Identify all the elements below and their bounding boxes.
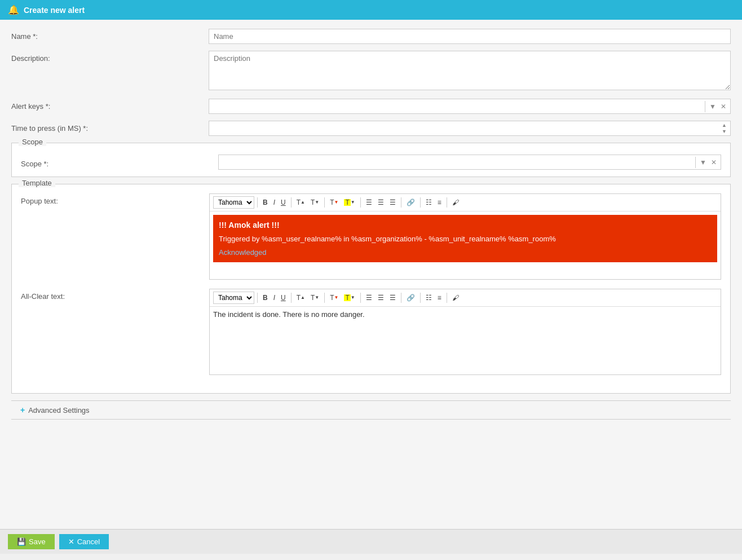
advanced-toggle-icon[interactable]: + <box>20 405 25 415</box>
allclear-font-select[interactable]: Tahoma <box>213 292 254 304</box>
alert-keys-input[interactable] <box>209 99 701 113</box>
scope-input[interactable]: All alert units & organizations can trig… <box>219 155 692 169</box>
cancel-button[interactable]: ✕ Cancel <box>59 534 109 549</box>
time-to-press-input[interactable]: 1500 <box>209 121 718 135</box>
form-container: Name *: Description: Alert keys *: ▼ ✕ T… <box>0 20 742 529</box>
popup-font-select[interactable]: Tahoma <box>213 196 254 209</box>
toolbar-sep-4 <box>360 197 361 208</box>
scope-row: Scope *: All alert units & organizations… <box>21 150 721 170</box>
scope-dropdown[interactable]: All alert units & organizations can trig… <box>218 155 721 170</box>
divider2 <box>695 157 696 168</box>
popup-editor-content[interactable]: !!! Amok alert !!! Triggered by %asm_use… <box>210 211 721 279</box>
unordered-list-button[interactable]: ≡ <box>435 198 444 207</box>
spinner-down-icon[interactable]: ▼ <box>721 129 728 135</box>
time-to-press-row: Time to press (in MS) *: 1500 ▲ ▼ <box>11 121 731 136</box>
ac-toolbar-sep-1 <box>257 293 258 303</box>
scope-clear-icon[interactable]: ✕ <box>709 157 718 167</box>
scope-field-container: All alert units & organizations can trig… <box>218 155 721 170</box>
align-left-button[interactable]: ☰ <box>364 198 374 207</box>
italic-button[interactable]: I <box>271 198 277 207</box>
superscript-button[interactable]: T▲ <box>294 198 307 207</box>
popup-text-row: Popup text: Tahoma B I U T▲ T▼ <box>21 193 721 280</box>
ac-brush-button[interactable]: 🖌 <box>450 293 461 302</box>
allclear-text-label: All-Clear text: <box>21 289 209 301</box>
brush-button[interactable]: 🖌 <box>450 198 461 207</box>
ac-bold-button[interactable]: B <box>260 293 270 302</box>
ac-ordered-list-button[interactable]: ☷ <box>423 293 434 302</box>
clear-icon[interactable]: ✕ <box>719 102 728 112</box>
align-center-button[interactable]: ☰ <box>376 198 386 207</box>
subscript-button[interactable]: T▼ <box>308 198 321 207</box>
description-input[interactable] <box>209 51 731 90</box>
allclear-editor-content[interactable]: The incident is done. There is no more d… <box>210 307 721 374</box>
ac-font-color-button[interactable]: T▼ <box>328 293 341 302</box>
alert-keys-label: Alert keys *: <box>11 99 209 111</box>
font-color-button[interactable]: T▼ <box>328 198 341 207</box>
ac-toolbar-sep-5 <box>401 293 401 303</box>
allclear-text-row: All-Clear text: Tahoma B I U T▲ T▼ <box>21 289 721 375</box>
ac-highlight-button[interactable]: T▼ <box>342 293 357 302</box>
highlight-button[interactable]: T▼ <box>342 198 357 207</box>
name-label: Name *: <box>11 29 209 41</box>
toolbar-sep-3 <box>324 197 325 208</box>
name-field-container <box>209 29 731 44</box>
ac-align-left-button[interactable]: ☰ <box>364 293 374 302</box>
ac-unordered-list-button[interactable]: ≡ <box>435 293 444 302</box>
time-to-press-number-field: 1500 ▲ ▼ <box>209 121 731 136</box>
allclear-editor-container: Tahoma B I U T▲ T▼ T▼ T▼ ☰ <box>209 289 721 375</box>
scope-label: Scope *: <box>21 156 218 168</box>
toolbar-sep-7 <box>447 197 447 208</box>
cancel-label: Cancel <box>77 537 100 546</box>
page-header: 🔔 Create new alert <box>0 0 742 20</box>
alert-title-text: !!! Amok alert !!! <box>219 219 712 231</box>
cancel-icon: ✕ <box>68 537 74 546</box>
page-title: Create new alert <box>24 6 85 15</box>
ac-superscript-button[interactable]: T▲ <box>294 293 307 302</box>
save-button[interactable]: 💾 Save <box>8 534 55 549</box>
scope-icons: ▼ ✕ <box>692 157 721 168</box>
ac-subscript-button[interactable]: T▼ <box>308 293 321 302</box>
ac-toolbar-sep-2 <box>291 293 292 303</box>
ac-align-center-button[interactable]: ☰ <box>376 293 386 302</box>
alert-keys-dropdown[interactable]: ▼ ✕ <box>209 99 731 114</box>
ac-align-right-button[interactable]: ☰ <box>387 293 398 302</box>
spinner-up-icon[interactable]: ▲ <box>721 122 728 129</box>
popup-text-editor: Tahoma B I U T▲ T▼ T▼ T▼ ☰ <box>209 193 721 280</box>
ac-underline-button[interactable]: U <box>279 293 288 302</box>
alert-ack-text: Acknowledged <box>219 247 712 258</box>
divider <box>705 101 705 112</box>
time-to-press-label: Time to press (in MS) *: <box>11 121 209 133</box>
ac-toolbar-sep-7 <box>447 293 447 303</box>
spinner-container: ▲ ▼ <box>718 122 730 135</box>
ac-toolbar-sep-6 <box>420 293 421 303</box>
template-section: Template Popup text: Tahoma B I U T▲ <box>11 184 731 394</box>
advanced-settings-section: + Advanced Settings <box>11 400 731 420</box>
popup-editor-container: Tahoma B I U T▲ T▼ T▼ T▼ ☰ <box>209 193 721 280</box>
description-field-container <box>209 51 731 92</box>
bold-button[interactable]: B <box>260 198 270 207</box>
toolbar-sep-2 <box>291 197 292 208</box>
dropdown-arrow-icon[interactable]: ▼ <box>708 102 718 112</box>
description-row: Description: <box>11 51 731 92</box>
toolbar-sep-5 <box>401 197 401 208</box>
name-input[interactable] <box>209 29 731 44</box>
time-to-press-field-container: 1500 ▲ ▼ <box>209 121 731 136</box>
alert-body-text: Triggered by %asm_user_realname% in %asm… <box>219 233 712 245</box>
scope-section: Scope Scope *: All alert units & organiz… <box>11 143 731 177</box>
scope-dropdown-arrow-icon[interactable]: ▼ <box>698 157 708 167</box>
allclear-body-text: The incident is done. There is no more d… <box>213 310 717 319</box>
allclear-toolbar: Tahoma B I U T▲ T▼ T▼ T▼ ☰ <box>210 289 721 307</box>
template-section-label: Template <box>19 179 55 187</box>
ac-link-button[interactable]: 🔗 <box>404 293 417 302</box>
advanced-settings-label: Advanced Settings <box>28 406 89 415</box>
alert-red-block: !!! Amok alert !!! Triggered by %asm_use… <box>213 215 717 262</box>
alert-keys-field-container: ▼ ✕ <box>209 99 731 114</box>
align-right-button[interactable]: ☰ <box>387 198 398 207</box>
popup-text-label: Popup text: <box>21 193 209 205</box>
ordered-list-button[interactable]: ☷ <box>423 198 434 207</box>
underline-button[interactable]: U <box>279 198 288 207</box>
link-button[interactable]: 🔗 <box>404 198 417 207</box>
save-icon: 💾 <box>17 537 26 546</box>
ac-italic-button[interactable]: I <box>271 293 277 302</box>
toolbar-sep-1 <box>257 197 258 208</box>
